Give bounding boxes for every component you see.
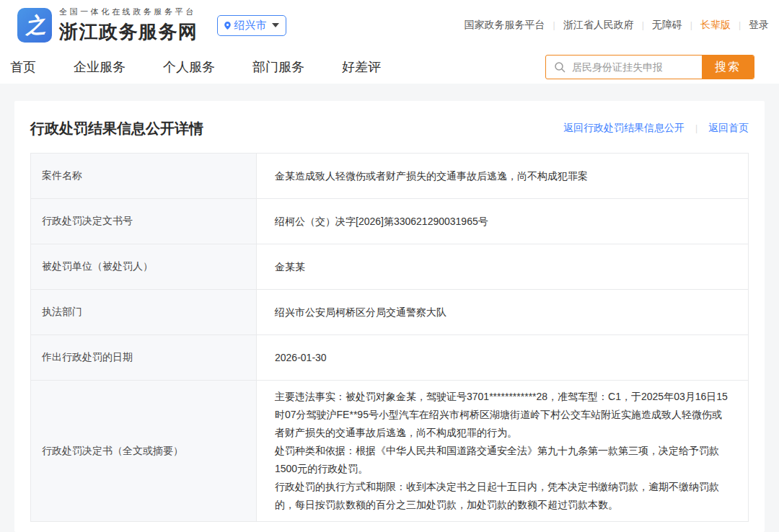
row-label: 行政处罚决定文书号	[31, 199, 257, 244]
decision-paragraph: 处罚种类和依据：根据《中华人民共和国道路交通安全法》第九十九条第一款第三项，决定…	[275, 442, 730, 478]
nav-item-enterprise-services[interactable]: 企业服务	[74, 58, 126, 76]
divider: |	[682, 20, 700, 30]
logo-glyph: 之	[23, 14, 47, 37]
brand-text: 全国一体化在线政务服务平台 浙江政务服务网	[59, 6, 198, 45]
site-name: 浙江政务服务网	[59, 19, 198, 45]
location-selector[interactable]: 绍兴市	[217, 15, 286, 36]
row-value: 金某造成致人轻微伤或者财产损失的交通事故后逃逸，尚不构成犯罪案	[257, 154, 749, 199]
nav-item-personal-services[interactable]: 个人服务	[163, 58, 215, 76]
main-nav: 首页 企业服务 个人服务 部门服务 好差评	[10, 58, 381, 76]
top-link-elder-mode[interactable]: 长辈版	[700, 19, 731, 32]
row-label: 作出行政处罚的日期	[31, 335, 257, 381]
decision-paragraph: 行政处罚的执行方式和期限：收到本决定书之日起十五日内，凭本决定书缴纳罚款，逾期不…	[275, 478, 730, 514]
site-brand[interactable]: 之 全国一体化在线政务服务平台 浙江政务服务网 绍兴市	[17, 6, 286, 45]
top-header: 之 全国一体化在线政务服务平台 浙江政务服务网 绍兴市 国家政务服务平台 | 浙…	[0, 0, 779, 50]
decision-paragraph: 主要违法事实：被处罚对象金某，驾驶证号3701************28，准驾…	[275, 388, 730, 442]
table-row-document-number: 行政处罚决定文书号 绍柯公（交）决字[2026]第330621290031965…	[31, 199, 749, 244]
row-label: 被处罚单位（被处罚人）	[31, 244, 257, 290]
back-to-list-link[interactable]: 返回行政处罚结果信息公开	[563, 122, 685, 133]
divider: |	[687, 123, 705, 133]
nav-item-rating[interactable]: 好差评	[342, 58, 381, 76]
divider: |	[545, 20, 563, 30]
location-label: 绍兴市	[234, 19, 267, 32]
back-links: 返回行政处罚结果信息公开 | 返回首页	[563, 122, 749, 135]
row-label: 行政处罚决定书（全文或摘要）	[31, 381, 257, 522]
divider: |	[731, 20, 749, 30]
top-link-accessibility[interactable]: 无障碍	[652, 19, 682, 32]
row-label: 案件名称	[31, 154, 257, 199]
table-row-penalized-party: 被处罚单位（被处罚人） 金某某	[31, 244, 749, 290]
table-row-enforcement-department: 执法部门 绍兴市公安局柯桥区分局交通警察大队	[31, 290, 749, 335]
main-navbar: 首页 企业服务 个人服务 部门服务 好差评 搜索	[0, 50, 779, 84]
row-value: 主要违法事实：被处罚对象金某，驾驶证号3701************28，准驾…	[257, 381, 749, 522]
detail-card: 行政处罚结果信息公开详情 返回行政处罚结果信息公开 | 返回首页 案件名称 金某…	[14, 101, 765, 532]
row-label: 执法部门	[31, 290, 257, 335]
search-icon	[546, 56, 571, 79]
location-pin-icon	[223, 20, 232, 31]
penalty-detail-table: 案件名称 金某造成致人轻微伤或者财产损失的交通事故后逃逸，尚不构成犯罪案 行政处…	[30, 153, 749, 522]
top-links: 国家政务服务平台 | 浙江省人民政府 | 无障碍 | 长辈版 | 登录	[465, 19, 770, 32]
row-value: 绍兴市公安局柯桥区分局交通警察大队	[257, 290, 749, 335]
page-background: 行政处罚结果信息公开详情 返回行政处罚结果信息公开 | 返回首页 案件名称 金某…	[0, 84, 779, 532]
site-logo-icon: 之	[17, 8, 52, 43]
table-row-case-name: 案件名称 金某造成致人轻微伤或者财产损失的交通事故后逃逸，尚不构成犯罪案	[31, 154, 749, 199]
table-row-decision-text: 行政处罚决定书（全文或摘要） 主要违法事实：被处罚对象金某，驾驶证号3701**…	[31, 381, 749, 522]
top-link-national-platform[interactable]: 国家政务服务平台	[465, 19, 545, 32]
divider: |	[634, 20, 652, 30]
nav-item-department-services[interactable]: 部门服务	[252, 58, 304, 76]
top-link-provincial-gov[interactable]: 浙江省人民政府	[563, 19, 634, 32]
chevron-down-icon	[272, 23, 279, 27]
back-to-home-link[interactable]: 返回首页	[708, 122, 749, 133]
nav-item-home[interactable]: 首页	[10, 58, 36, 76]
row-value: 金某某	[257, 244, 749, 290]
row-value: 2026-01-30	[257, 335, 749, 381]
search-input[interactable]	[571, 56, 702, 79]
card-header: 行政处罚结果信息公开详情 返回行政处罚结果信息公开 | 返回首页	[30, 118, 749, 138]
top-link-login[interactable]: 登录	[749, 19, 769, 32]
platform-tagline: 全国一体化在线政务服务平台	[59, 6, 198, 17]
search-button[interactable]: 搜索	[702, 56, 754, 79]
page-title: 行政处罚结果信息公开详情	[30, 118, 203, 138]
row-value: 绍柯公（交）决字[2026]第330621290031965号	[257, 199, 749, 244]
table-row-penalty-date: 作出行政处罚的日期 2026-01-30	[31, 335, 749, 381]
search-box: 搜索	[545, 55, 754, 79]
